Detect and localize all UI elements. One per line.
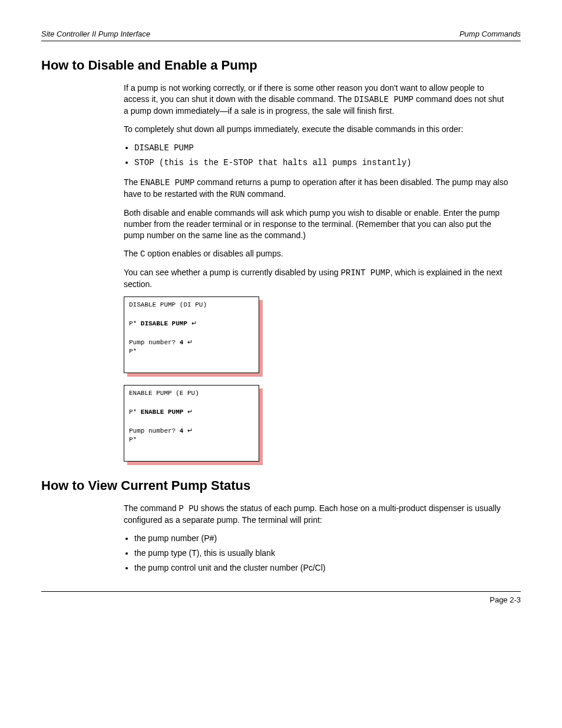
disable-steps-list: DISABLE PUMP STOP (this is the E-STOP th… xyxy=(124,142,509,169)
answer: 4 xyxy=(180,339,184,346)
text: command. xyxy=(245,189,286,199)
prompt: P* xyxy=(129,436,137,443)
para-ppu: The command P PU shows the status of eac… xyxy=(124,503,509,526)
cmd: DISABLE PUMP xyxy=(141,320,187,327)
enter-icon: ↵ xyxy=(187,408,193,415)
para-intro: If a pump is not working correctly, or i… xyxy=(124,83,509,117)
text: option enables or disables all pumps. xyxy=(145,249,283,258)
line1: ENABLE PUMP (E PU) xyxy=(129,390,199,397)
terminal-output: ENABLE PUMP (E PU) P* ENABLE PUMP ↵ Pump… xyxy=(124,385,259,462)
text: The command xyxy=(124,503,178,513)
terminal-output: DISABLE PUMP (DI PU) P* DISABLE PUMP ↵ P… xyxy=(124,297,259,373)
list-item: DISABLE PUMP xyxy=(134,142,509,154)
para-see-disabled: You can see whether a pump is currently … xyxy=(124,267,509,290)
cmd: ENABLE PUMP xyxy=(141,409,184,416)
list-item: the pump control unit and the cluster nu… xyxy=(134,562,509,574)
example-disable-pump: DISABLE PUMP (DI PU) P* DISABLE PUMP ↵ P… xyxy=(124,297,259,373)
example-enable-pump: ENABLE PUMP (E PU) P* ENABLE PUMP ↵ Pump… xyxy=(124,385,259,462)
section-disable-enable-title: How to Disable and Enable a Pump xyxy=(41,58,521,73)
prompt-question: Pump number? xyxy=(129,427,180,434)
cmd-text: DISABLE PUMP xyxy=(134,143,194,153)
header-left: Site Controller II Pump Interface xyxy=(41,29,150,38)
enter-icon: ↵ xyxy=(187,427,193,434)
para-enable: The ENABLE PUMP command returns a pump t… xyxy=(124,177,509,200)
cmd-print-pump: PRINT PUMP xyxy=(340,268,390,278)
page-number: Page 2-3 xyxy=(41,595,521,604)
line1: DISABLE PUMP (DI PU) xyxy=(129,301,207,308)
list-item: the pump number (P#) xyxy=(134,533,509,544)
cmd-text: STOP (this is the E-STOP that halts all … xyxy=(134,158,411,167)
para-shutdown-order: To completely shut down all pumps immedi… xyxy=(124,124,509,135)
list-item: the pump type (T), this is usually blank xyxy=(134,548,509,559)
para-prompt-pump: Both disable and enable commands will as… xyxy=(124,207,509,241)
enter-icon: ↵ xyxy=(191,319,197,327)
text: The xyxy=(124,249,140,258)
header-rule xyxy=(41,41,521,41)
enter-icon: ↵ xyxy=(187,338,193,345)
cmd-ppu: P PU xyxy=(178,504,199,513)
answer: 4 xyxy=(180,427,184,434)
section-view-status-title: How to View Current Pump Status xyxy=(41,478,521,493)
status-fields-list: the pump number (P#) the pump type (T), … xyxy=(124,533,509,574)
list-item: STOP (this is the E-STOP that halts all … xyxy=(134,157,509,169)
cmd-disable-pump: DISABLE PUMP xyxy=(354,95,414,104)
text: You can see whether a pump is currently … xyxy=(124,268,340,277)
text: The xyxy=(124,177,140,187)
cmd-enable-pump: ENABLE PUMP xyxy=(140,178,194,187)
prompt: P* xyxy=(129,348,137,355)
header-right: Pump Commands xyxy=(459,29,521,38)
para-c-option: The C option enables or disables all pum… xyxy=(124,248,509,260)
cmd-run: RUN xyxy=(230,190,245,199)
prompt-question: Pump number? xyxy=(129,339,180,346)
prompt: P* xyxy=(129,409,141,416)
footer-rule xyxy=(41,591,521,592)
prompt: P* xyxy=(129,320,141,327)
